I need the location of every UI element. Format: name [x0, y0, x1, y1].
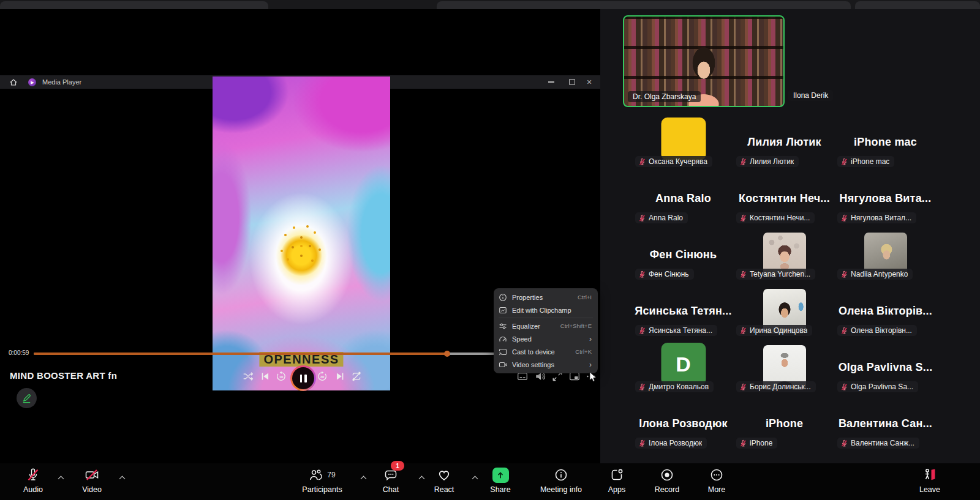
menu-item-edit-with-clipchamp[interactable]: Edit with Clipchamp [494, 304, 598, 316]
video-tile-active-speaker[interactable]: Dr. Olga Zbarskaya [623, 15, 785, 107]
participant-name-text: Olga Pavlivna Sa... [851, 382, 913, 391]
background-window-tab[interactable] [855, 1, 980, 9]
audio-button[interactable]: Audio [11, 463, 55, 500]
participant-tile[interactable]: Olga Pavlivna S...Olga Pavlivna Sa... [835, 340, 936, 394]
next-track-button[interactable] [334, 371, 345, 382]
participant-tile[interactable]: iPhoneiPhone [734, 397, 835, 450]
participant-name-label: Ilona Derik [788, 90, 833, 101]
chat-unread-badge: 1 [391, 461, 404, 471]
minimize-button[interactable] [543, 75, 560, 89]
meeting-info-button[interactable]: Meeting info [530, 463, 592, 500]
video-button[interactable]: Video [67, 463, 116, 500]
mic-muted-small-icon [840, 158, 848, 166]
menu-item-shortcut: Ctrl+I [578, 294, 592, 300]
forward-30-button[interactable]: 30 [317, 371, 328, 382]
participant-display-name: Ілона Розводюк [639, 417, 728, 430]
maximize-button[interactable] [564, 75, 581, 89]
participant-display-name: Валентина Сан... [839, 417, 932, 430]
menu-item-speed[interactable]: Speed› [494, 332, 598, 345]
leave-button[interactable]: Leave [905, 463, 954, 500]
mic-muted-small-icon [739, 271, 747, 278]
participant-tile[interactable]: Оксана Кучерява [633, 115, 734, 169]
zoom-meeting-window: ▶ Media Player × OPENNESS 0:00:59 MIND B… [0, 0, 980, 500]
info-icon [499, 293, 507, 302]
participant-tile[interactable]: Костянтин Неч...Костянтин Нечи... [734, 171, 835, 225]
seek-handle[interactable] [444, 351, 450, 357]
participant-tile[interactable]: DДмитро Ковальов [633, 340, 734, 394]
participant-name-text: Nadiia Antypenko [851, 270, 908, 278]
annotate-button[interactable] [17, 388, 37, 408]
participant-tile[interactable]: Борис Долинськ... [734, 340, 835, 394]
participant-tile[interactable]: Нягулова Вита...Нягулова Витал... [835, 171, 936, 225]
record-button[interactable]: Record [643, 463, 691, 500]
participant-name-text: Ясинська Тетяна... [649, 326, 712, 335]
previous-track-button[interactable] [260, 371, 271, 382]
close-button[interactable]: × [581, 75, 598, 89]
participant-tile[interactable]: Ирина Одинцова [734, 284, 835, 338]
menu-item-video-settings[interactable]: Video settings› [494, 358, 598, 371]
participant-name-text: Валентина Санж... [851, 439, 914, 447]
shuffle-button[interactable] [243, 371, 254, 382]
pause-button[interactable] [290, 365, 316, 391]
participant-tile[interactable]: Олена Вікторів...Олена Вікторівн... [835, 284, 936, 338]
toolbar-icon-row [85, 465, 99, 485]
participant-name-text: Ирина Одинцова [750, 326, 807, 335]
participant-display-name: Олена Вікторів... [839, 305, 932, 318]
shuffle-icon [243, 371, 254, 382]
toolbar-icon-row: 1 [383, 465, 398, 485]
participant-tile[interactable]: iPhone maciPhone mac [835, 115, 936, 169]
toolbar-icon-row [26, 465, 40, 485]
participant-tile[interactable]: Фен СінюньФен Сінюнь [633, 228, 734, 282]
menu-item-properties[interactable]: PropertiesCtrl+I [494, 291, 598, 304]
menu-item-shortcut: Ctrl+Shift+E [560, 323, 592, 329]
participant-avatar-initial: D [661, 343, 706, 386]
participant-display-name: Anna Ralo [655, 192, 711, 205]
participant-display-name: Лилия Лютик [747, 136, 821, 149]
participant-name-label: Дмитро Ковальов [635, 381, 714, 392]
media-player-title: Media Player [42, 78, 81, 86]
chevron-up-icon[interactable] [59, 477, 64, 482]
rewind-10-button[interactable]: 10 [276, 371, 287, 382]
participant-tile[interactable]: Ілона РозводюкІлона Розводюк [633, 397, 734, 450]
svg-text:10: 10 [279, 375, 284, 379]
background-window-tab[interactable] [437, 1, 851, 9]
mouse-cursor [589, 372, 599, 383]
video-tile[interactable]: Ilona Derik [785, 15, 944, 105]
menu-item-shortcut: Ctrl+K [575, 348, 592, 355]
participant-tile[interactable]: Nadiia Antypenko [835, 228, 936, 282]
submenu-arrow-icon: › [589, 335, 592, 343]
video-title: MIND BOOSTER ART fn [10, 370, 117, 381]
video-settings-icon [499, 360, 507, 369]
participant-display-name: iPhone mac [854, 136, 917, 149]
chevron-up-icon[interactable] [120, 477, 125, 482]
toolbar-icon-row [437, 465, 451, 485]
mic-muted-small-icon [638, 271, 646, 278]
repeat-off-button[interactable] [351, 371, 362, 382]
participant-tile[interactable]: Tetyana Yurchen... [734, 228, 835, 282]
participant-tile[interactable]: Валентина Сан...Валентина Санж... [835, 397, 936, 450]
participant-name-text: Лилия Лютик [750, 157, 794, 166]
more-button[interactable]: More [693, 463, 740, 500]
mic-muted-small-icon [840, 383, 848, 391]
video-canvas[interactable] [213, 76, 390, 390]
participant-tile[interactable]: Ясинська Тетян...Ясинська Тетяна... [633, 284, 734, 338]
menu-item-equalizer[interactable]: EqualizerCtrl+Shift+E [494, 319, 598, 332]
participant-name-label: Олена Вікторівн... [837, 325, 917, 336]
participants-button[interactable]: 79Participants [287, 463, 358, 500]
background-window-tab[interactable] [0, 1, 268, 9]
equalizer-icon [499, 322, 507, 330]
home-icon[interactable] [9, 77, 18, 87]
participant-name-text: Олена Вікторівн... [851, 326, 912, 335]
share-button[interactable]: Share [477, 463, 524, 500]
participant-tile[interactable]: Лилия ЛютикЛилия Лютик [734, 115, 835, 169]
participant-tile[interactable]: Anna RaloAnna Ralo [633, 171, 734, 225]
menu-item-label: Properties [512, 294, 573, 301]
toolbar-button-label: Share [490, 485, 510, 494]
react-button[interactable]: React [419, 463, 469, 500]
menu-item-cast-to-device[interactable]: Cast to deviceCtrl+K [494, 345, 598, 358]
menu-item-label: Video settings [512, 361, 584, 368]
chat-button[interactable]: 1Chat [366, 463, 416, 500]
mic-muted-small-icon [739, 158, 747, 166]
apps-button[interactable]: Apps [594, 463, 639, 500]
mic-muted-small-icon [739, 439, 747, 447]
